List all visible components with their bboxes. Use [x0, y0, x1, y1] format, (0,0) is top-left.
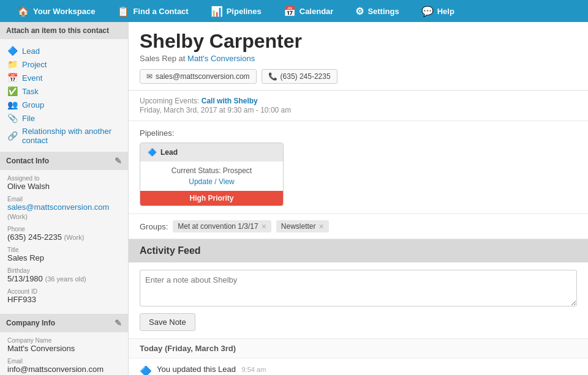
contact-header: Shelby Carpenter Sales Rep at Matt's Con… [129, 22, 588, 91]
top-navigation: 🏠 Your Workspace 📋 Find a Contact 📊 Pipe… [0, 0, 588, 22]
group-tag-newsletter: Newsletter × [276, 220, 329, 232]
main-content: Shelby Carpenter Sales Rep at Matt's Con… [129, 22, 588, 375]
contact-info-header: Contact Info ✎ [0, 152, 128, 170]
upcoming-event-link[interactable]: Call with Shelby [202, 97, 258, 105]
file-icon: 📎 [7, 113, 18, 123]
phone-type: (Work) [64, 234, 85, 241]
account-id-label: Account ID [7, 288, 121, 295]
find-contact-icon: 📋 [117, 6, 129, 17]
calendar-icon: 📅 [284, 6, 296, 17]
birthday-field: Birthday 5/13/1980 (36 years old) [7, 267, 121, 283]
upcoming-event-date: Friday, March 3rd, 2017 at 9:30 am - 10:… [140, 106, 577, 114]
attach-group-label: Group [22, 100, 44, 110]
phone-value: (635) 245-2235 (Work) [7, 232, 121, 242]
activity-feed-title: Activity Feed [140, 245, 201, 256]
pipeline-card: 🔷 Lead Current Status: Prospect Update /… [140, 143, 284, 206]
phone-badge[interactable]: 📞 (635) 245-2235 [262, 69, 337, 84]
company-link[interactable]: Matt's Conversions [187, 54, 255, 63]
activity-note-area: Save Note [129, 262, 588, 339]
activity-entry-content-1: You updated this Lead 9:54 am Status: Pr… [157, 365, 577, 375]
phone-badge-value: (635) 245-2235 [281, 72, 331, 81]
attach-project[interactable]: 📁 Project [7, 58, 121, 71]
attach-file[interactable]: 📎 File [7, 111, 121, 125]
company-name-field: Company Name Matt's Conversions [7, 337, 121, 353]
activity-entry-main-1: You updated this Lead 9:54 am [157, 365, 577, 374]
assigned-to-value: Olive Walsh [7, 182, 121, 191]
company-info-edit-icon[interactable]: ✎ [115, 318, 122, 328]
account-id-value: HFF933 [7, 295, 121, 304]
nav-calendar[interactable]: 📅 Calendar [273, 0, 345, 22]
pipelines-label: Pipelines: [140, 128, 577, 138]
email-field: Email sales@mattsconversion.com (Work) [7, 196, 121, 221]
title-label: Title [7, 247, 121, 253]
attach-group[interactable]: 👥 Group [7, 98, 121, 111]
attach-section-title: Attach an item to this contact [6, 26, 109, 35]
email-badge-value: sales@mattsconversion.com [156, 72, 250, 81]
pipeline-card-icon: 🔷 [148, 148, 157, 157]
company-info-title: Company Info [6, 319, 55, 327]
activity-entry-text-1: You updated this Lead [157, 365, 236, 374]
attach-lead[interactable]: 🔷 Lead [7, 44, 121, 58]
email-link[interactable]: sales@mattsconversion.com [7, 202, 109, 212]
email-label: Email [7, 196, 121, 202]
attach-list: 🔷 Lead 📁 Project 📅 Event ✅ Task 👥 Group … [0, 39, 128, 152]
pipeline-status: Current Status: Prospect [148, 166, 276, 175]
pipeline-card-title: Lead [160, 148, 178, 157]
contact-badges: ✉ sales@mattsconversion.com 📞 (635) 245-… [140, 69, 577, 84]
attach-lead-label: Lead [22, 46, 40, 56]
group-tag-convention: Met at convention 1/3/17 × [173, 220, 271, 232]
attach-section-header: Attach an item to this contact [0, 22, 128, 39]
attach-project-label: Project [22, 60, 47, 69]
pipelines-section: Pipelines: 🔷 Lead Current Status: Prospe… [129, 121, 588, 214]
company-name-label: Company Name [7, 337, 121, 344]
lead-icon: 🔷 [7, 46, 18, 56]
save-note-button[interactable]: Save Note [140, 313, 195, 331]
email-badge[interactable]: ✉ sales@mattsconversion.com [140, 69, 257, 84]
attach-event[interactable]: 📅 Event [7, 71, 121, 84]
subtitle-prefix: Sales Rep at [140, 54, 187, 63]
pipeline-update-link[interactable]: Update / View [189, 177, 235, 186]
contact-info-edit-icon[interactable]: ✎ [115, 156, 122, 166]
account-id-field: Account ID HFF933 [7, 288, 121, 304]
title-value: Sales Rep [7, 253, 121, 262]
pipelines-icon: 📊 [211, 6, 223, 17]
activity-lead-icon: 🔷 [140, 365, 152, 375]
group-icon: 👥 [7, 100, 18, 110]
email-type: (Work) [7, 213, 28, 220]
nav-settings-label: Settings [368, 7, 399, 16]
company-email-field: Email info@mattsconversion.com (Work) [7, 358, 121, 375]
remove-newsletter-tag[interactable]: × [319, 222, 324, 231]
contact-info-section: Assigned to Olive Walsh Email sales@matt… [0, 170, 128, 314]
company-email-label: Email [7, 358, 121, 365]
birthday-label: Birthday [7, 267, 121, 274]
note-textarea[interactable] [140, 270, 577, 306]
attach-file-label: File [22, 114, 35, 123]
pipeline-status-label: Current Status: [172, 166, 221, 175]
attach-task[interactable]: ✅ Task [7, 84, 121, 98]
assigned-to-field: Assigned to Olive Walsh [7, 175, 121, 191]
birthday-value: 5/13/1980 (36 years old) [7, 274, 121, 283]
nav-settings[interactable]: ⚙ Settings [344, 0, 410, 22]
company-info-section: Company Name Matt's Conversions Email in… [0, 332, 128, 375]
relationship-icon: 🔗 [7, 131, 18, 141]
activity-entry-lead-update: 🔷 You updated this Lead 9:54 am Status: … [129, 358, 588, 375]
nav-find-contact[interactable]: 📋 Find a Contact [106, 0, 199, 22]
activity-date-header: Today (Friday, March 3rd) [129, 339, 588, 358]
contact-info-title: Contact Info [6, 157, 49, 165]
nav-workspace[interactable]: 🏠 Your Workspace [6, 0, 106, 22]
groups-label: Groups: [140, 222, 168, 231]
nav-pipelines[interactable]: 📊 Pipelines [200, 0, 273, 22]
nav-help[interactable]: 💬 Help [410, 0, 466, 22]
birthday-age: (36 years old) [45, 275, 86, 283]
attach-relationship-label: Relationship with another contact [22, 127, 121, 145]
email-value: sales@mattsconversion.com (Work) [7, 202, 121, 221]
attach-relationship[interactable]: 🔗 Relationship with another contact [7, 125, 121, 147]
remove-convention-tag[interactable]: × [262, 222, 266, 231]
nav-calendar-label: Calendar [300, 7, 334, 16]
activity-entry-time-1: 9:54 am [242, 366, 266, 373]
nav-pipelines-label: Pipelines [227, 7, 262, 16]
project-icon: 📁 [7, 59, 18, 69]
pipeline-status-value: Prospect [223, 166, 252, 175]
attach-event-label: Event [22, 73, 42, 83]
upcoming-events: Upcoming Events: Call with Shelby Friday… [129, 91, 588, 121]
